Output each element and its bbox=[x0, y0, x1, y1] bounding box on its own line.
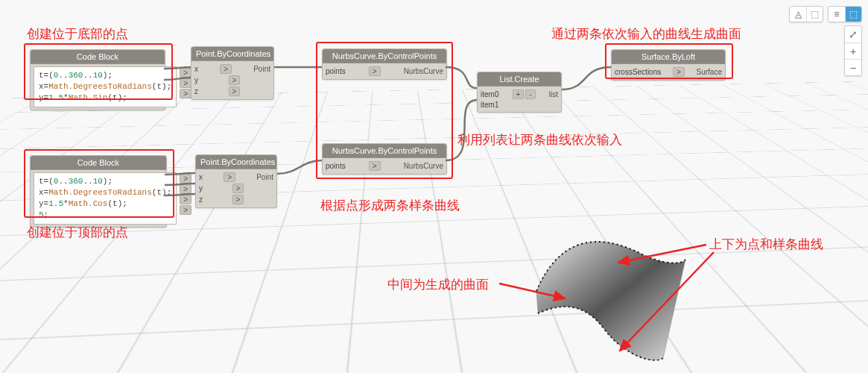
out-port[interactable]: > bbox=[180, 174, 191, 184]
node-list-create[interactable]: List.Create item0 + - list item1 bbox=[477, 72, 562, 113]
port[interactable]: > bbox=[229, 87, 241, 96]
node-code-block-2[interactable]: Code Block t=(0..360..10); x=Math.Degree… bbox=[30, 155, 167, 228]
port[interactable]: > bbox=[673, 67, 685, 77]
node-title: Point.ByCoordinates bbox=[196, 155, 276, 169]
out-port[interactable]: > bbox=[180, 68, 191, 78]
node-surface-by-loft[interactable]: Surface.ByLoft crossSections>Surface bbox=[611, 49, 726, 81]
code-text[interactable]: t=(0..360..10); x=Math.DegreesToRadians(… bbox=[34, 66, 177, 107]
zoom-fit-button[interactable]: ⤢ bbox=[845, 26, 861, 43]
port[interactable]: > bbox=[369, 66, 381, 76]
out-port[interactable]: > bbox=[180, 205, 191, 215]
node-code-block-1[interactable]: Code Block t=(0..360..10); x=Math.Degree… bbox=[30, 49, 165, 110]
port[interactable]: > bbox=[232, 195, 244, 204]
node-title: NurbsCurve.ByControlPoints bbox=[323, 49, 446, 63]
code-text[interactable]: t=(0..360..10); x=Math.DegreesToRadians(… bbox=[34, 172, 177, 225]
node-title: Surface.ByLoft bbox=[612, 50, 725, 64]
port[interactable]: > bbox=[220, 64, 232, 74]
node-title: Point.ByCoordinates bbox=[191, 47, 273, 61]
out-port[interactable]: > bbox=[180, 195, 191, 204]
zoom-out-button[interactable]: − bbox=[845, 59, 861, 75]
view-mode-icon[interactable]: ◬ bbox=[790, 7, 806, 22]
annotation: 根据点形成两条样条曲线 bbox=[320, 197, 460, 214]
view-mode-icon[interactable]: ⬚ bbox=[806, 7, 823, 22]
node-nurbs-curve-1[interactable]: NurbsCurve.ByControlPoints points>NurbsC… bbox=[322, 48, 447, 80]
node-point-by-coordinates-1[interactable]: Point.ByCoordinates x>Point y> z> bbox=[191, 46, 274, 100]
graph-view-icon[interactable]: ≡ bbox=[829, 7, 845, 22]
annotation: 利用列表让两条曲线依次输入 bbox=[457, 131, 622, 148]
3d-view-icon[interactable]: ⬚ bbox=[845, 7, 861, 22]
out-port[interactable]: > bbox=[180, 184, 191, 194]
annotation: 创建位于底部的点 bbox=[27, 25, 128, 43]
out-port[interactable]: > bbox=[180, 89, 191, 98]
port[interactable]: > bbox=[224, 172, 235, 182]
node-title: List.Create bbox=[478, 72, 561, 87]
node-title: Code Block bbox=[31, 156, 166, 170]
add-port-button[interactable]: + bbox=[513, 90, 525, 99]
out-port[interactable]: > bbox=[180, 78, 191, 88]
view-toolbar: ◬ ⬚ ≡ ⬚ bbox=[789, 6, 862, 22]
preview-surface bbox=[507, 224, 700, 373]
annotation: 中间为生成的曲面 bbox=[387, 276, 489, 293]
node-point-by-coordinates-2[interactable]: Point.ByCoordinates x>Point y> z> bbox=[195, 154, 277, 208]
annotation: 上下为点和样条曲线 bbox=[709, 236, 823, 253]
port[interactable]: > bbox=[232, 184, 244, 193]
port[interactable]: > bbox=[229, 75, 241, 85]
graph-canvas[interactable]: Code Block t=(0..360..10); x=Math.Degree… bbox=[0, 0, 868, 373]
annotation: 创建位于顶部的点 bbox=[27, 224, 128, 241]
node-title: NurbsCurve.ByControlPoints bbox=[323, 144, 446, 158]
node-title: Code Block bbox=[31, 50, 165, 64]
zoom-controls: ⤢ + − bbox=[844, 25, 862, 76]
annotation: 通过两条依次输入的曲线生成曲面 bbox=[551, 25, 741, 43]
port[interactable]: > bbox=[369, 161, 381, 171]
remove-port-button[interactable]: - bbox=[525, 90, 535, 99]
node-nurbs-curve-2[interactable]: NurbsCurve.ByControlPoints points>NurbsC… bbox=[322, 143, 447, 175]
zoom-in-button[interactable]: + bbox=[845, 43, 861, 59]
